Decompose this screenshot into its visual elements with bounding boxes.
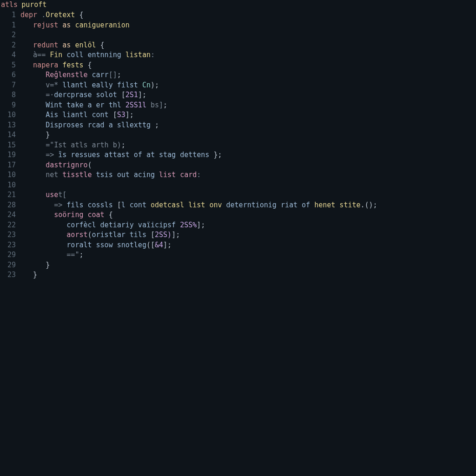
code-token bbox=[20, 151, 46, 159]
code-token: } bbox=[46, 131, 50, 139]
code-token: ; bbox=[79, 251, 83, 259]
code-token: Wint take a er thl bbox=[46, 101, 126, 109]
code-token: } bbox=[33, 271, 37, 279]
line-number: 23 bbox=[0, 270, 20, 280]
code-token: [ bbox=[121, 91, 126, 99]
code-token: { bbox=[83, 61, 92, 69]
code-token: ( bbox=[88, 231, 92, 239]
code-content[interactable]: } bbox=[20, 260, 476, 271]
code-token: rejust bbox=[33, 21, 58, 29]
code-line[interactable]: 1 rejust as canigueranion bbox=[0, 20, 476, 31]
code-content[interactable]: depr .Oretext { bbox=[20, 10, 476, 20]
code-content[interactable]: à== Fin coll entnning listan: bbox=[20, 50, 476, 60]
code-line[interactable]: 9 Wint take a er thl 2SS1l bs]; bbox=[0, 100, 476, 111]
code-token bbox=[20, 41, 33, 49]
code-line[interactable]: 23 aorst(oristlar tils [2SS)]; bbox=[0, 230, 476, 240]
code-content[interactable]: redunt as enlõl { bbox=[20, 40, 476, 51]
code-token bbox=[20, 131, 46, 139]
code-line[interactable]: 2 redunt as enlõl { bbox=[0, 40, 476, 51]
code-line[interactable]: 13 Disproses rcad a sllexttg ; bbox=[0, 120, 476, 131]
code-line[interactable]: 29 } bbox=[0, 260, 476, 271]
code-line[interactable]: 6 Reĝlenstle carr[]; bbox=[0, 70, 476, 80]
code-content[interactable]: net tisstle tsis out acing list card: bbox=[20, 170, 476, 180]
line-number: 1 bbox=[0, 10, 20, 20]
code-content[interactable]: Ais liantl cont [S3]; bbox=[20, 110, 476, 120]
code-token bbox=[20, 221, 66, 229]
code-line[interactable]: 14 } bbox=[0, 130, 476, 140]
code-line[interactable]: 5 napera fests { bbox=[0, 60, 476, 71]
code-content[interactable]: rejust as canigueranion bbox=[20, 20, 476, 31]
code-token: Disproses rcad a sllexttg bbox=[46, 121, 155, 129]
code-token: dercprase solot bbox=[54, 91, 121, 99]
code-token: ]; bbox=[172, 231, 180, 239]
code-token: odetcasl list onv bbox=[151, 201, 226, 209]
code-content[interactable]: => ȉs ressues attast of at stag dettens … bbox=[20, 150, 476, 160]
code-content[interactable]: corfècl detiariy vaïicipsf 2SS%]; bbox=[20, 220, 476, 231]
code-token bbox=[20, 251, 66, 259]
code-line[interactable]: 28 => fils cossls [l cont odetcasl list … bbox=[0, 200, 476, 211]
code-content[interactable]: napera fests { bbox=[20, 60, 476, 71]
code-line[interactable]: 4 à== Fin coll entnning listan: bbox=[0, 50, 476, 60]
line-number: 29 bbox=[0, 250, 20, 260]
code-content[interactable]: v=* llantl eally filst Cn); bbox=[20, 80, 476, 91]
line-number: 23 bbox=[0, 230, 20, 240]
code-content[interactable]: => fils cossls [l cont odetcasl list onv… bbox=[20, 200, 476, 211]
line-number: 4 bbox=[0, 50, 20, 60]
code-line[interactable]: 24 soöring coat { bbox=[0, 210, 476, 220]
code-token: dastrignro bbox=[46, 161, 87, 169]
code-line[interactable]: 10 Ais liantl cont [S3]; bbox=[0, 110, 476, 120]
code-line[interactable]: 22 corfècl detiariy vaïicipsf 2SS%]; bbox=[0, 220, 476, 231]
code-token: fils cossls bbox=[66, 201, 117, 209]
code-token bbox=[20, 51, 33, 59]
code-token: t[ bbox=[58, 191, 66, 199]
code-content[interactable]: soöring coat { bbox=[20, 210, 476, 220]
code-token: 2SS1l bbox=[126, 101, 146, 109]
code-content[interactable] bbox=[20, 180, 476, 191]
code-line[interactable]: 15 ="Ist atls arth b); bbox=[0, 140, 476, 151]
code-token bbox=[20, 121, 46, 129]
code-token: fests bbox=[58, 61, 83, 69]
code-line[interactable]: 1depr .Oretext { bbox=[0, 10, 476, 20]
code-content[interactable]: roralt ssow snotleg([&4]; bbox=[20, 240, 476, 251]
code-editor[interactable]: 1depr .Oretext {1 rejust as canigueranio… bbox=[0, 10, 476, 280]
code-content[interactable]: =="; bbox=[20, 250, 476, 260]
code-line[interactable]: 10 net tisstle tsis out acing list card: bbox=[0, 170, 476, 180]
code-line[interactable]: 29 =="; bbox=[0, 250, 476, 260]
code-content[interactable]: ="Ist atls arth b); bbox=[20, 140, 476, 151]
code-line[interactable]: 19 => ȉs ressues attast of at stag dette… bbox=[0, 150, 476, 160]
code-token: ȉs ressues attast of at stag dettens bbox=[58, 151, 213, 159]
code-line[interactable]: 17 dastrignro( bbox=[0, 160, 476, 171]
code-content[interactable]: dastrignro( bbox=[20, 160, 476, 171]
code-token: ; bbox=[163, 101, 167, 109]
code-line[interactable]: 7 v=* llantl eally filst Cn); bbox=[0, 80, 476, 91]
code-content[interactable] bbox=[20, 30, 476, 40]
code-content[interactable]: Disproses rcad a sllexttg ; bbox=[20, 120, 476, 131]
code-token bbox=[20, 271, 33, 279]
code-line[interactable]: 23 } bbox=[0, 270, 476, 280]
code-token: ( bbox=[88, 161, 92, 169]
code-token: { bbox=[75, 11, 83, 19]
line-number: 10 bbox=[0, 180, 20, 191]
code-content[interactable]: } bbox=[20, 270, 476, 280]
code-content[interactable]: } bbox=[20, 130, 476, 140]
code-token: carr bbox=[88, 71, 109, 79]
code-token: ; bbox=[117, 71, 121, 79]
code-line[interactable]: 10 bbox=[0, 180, 476, 191]
code-content[interactable]: Wint take a er thl 2SS1l bs]; bbox=[20, 100, 476, 111]
code-content[interactable]: =·dercprase solot [2S1]; bbox=[20, 90, 476, 100]
code-line[interactable]: 23 roralt ssow snotleg([&4]; bbox=[0, 240, 476, 251]
code-token: ]; bbox=[197, 221, 205, 229]
code-token: ==" bbox=[66, 251, 79, 259]
code-token: oristlar tils bbox=[92, 231, 151, 239]
code-token: => bbox=[54, 201, 66, 209]
code-line[interactable]: 21 uset[ bbox=[0, 190, 476, 200]
code-token: } bbox=[46, 261, 50, 269]
tab-right[interactable]: puroft bbox=[21, 0, 46, 10]
code-content[interactable]: Reĝlenstle carr[]; bbox=[20, 70, 476, 80]
code-line[interactable]: 2 bbox=[0, 30, 476, 40]
code-line[interactable]: 8 =·dercprase solot [2S1]; bbox=[0, 90, 476, 100]
tab-left[interactable]: atls bbox=[1, 0, 18, 10]
code-token: { bbox=[96, 41, 105, 49]
code-content[interactable]: aorst(oristlar tils [2SS)]; bbox=[20, 230, 476, 240]
code-content[interactable]: uset[ bbox=[20, 190, 476, 200]
